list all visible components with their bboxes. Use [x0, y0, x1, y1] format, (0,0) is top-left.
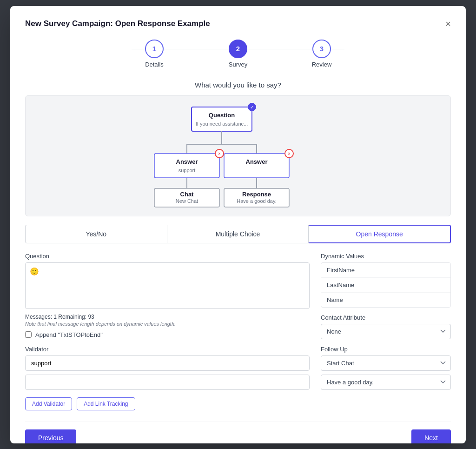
dynamic-values-label: Dynamic Values — [321, 253, 451, 260]
modal-dialog: New Survey Campaign: Open Response Examp… — [10, 6, 466, 443]
svg-text:support: support — [178, 168, 196, 173]
previous-button[interactable]: Previous — [25, 429, 76, 443]
question-label: Question — [25, 253, 310, 260]
follow-up-label: Follow Up — [321, 346, 451, 353]
contact-attribute-select[interactable]: None — [321, 324, 451, 339]
svg-text:If you need assistanc...: If you need assistanc... — [196, 121, 248, 127]
modal-title: New Survey Campaign: Open Response Examp… — [25, 19, 210, 28]
dynamic-value-name[interactable]: Name — [321, 293, 450, 307]
validator-label: Validator — [25, 346, 310, 353]
form-left: Question 🙂 Messages: 1 Remaining: 93 Not… — [25, 253, 310, 410]
validator-section: Validator Add Validator Add Link Trackin… — [25, 346, 310, 410]
svg-text:Have a good day.: Have a good day. — [237, 198, 276, 204]
modal-footer: Previous Next — [25, 422, 451, 443]
flow-chart-svg: Question If you need assistanc... ✓ — [108, 102, 368, 209]
next-button[interactable]: Next — [411, 429, 451, 443]
validator-btn-row: Add Validator Add Link Tracking — [25, 397, 310, 410]
svg-text:×: × — [218, 151, 221, 156]
append-checkbox[interactable] — [25, 331, 32, 338]
tab-multiple-choice[interactable]: Multiple Choice — [167, 225, 309, 243]
question-textarea-wrap: 🙂 — [25, 262, 310, 311]
svg-text:Response: Response — [242, 191, 271, 198]
svg-rect-9 — [154, 154, 219, 178]
svg-text:×: × — [288, 151, 291, 156]
step-3-circle: 3 — [312, 40, 331, 58]
modal-overlay: New Survey Campaign: Open Response Examp… — [0, 0, 476, 449]
svg-text:Answer: Answer — [246, 158, 268, 165]
step-1-label: Details — [145, 61, 164, 68]
close-button[interactable]: × — [445, 19, 451, 28]
step-2-label: Survey — [229, 61, 247, 68]
dynamic-value-firstname[interactable]: FirstName — [321, 263, 450, 278]
dynamic-values-list: FirstName LastName Name — [321, 262, 451, 308]
tab-open-response[interactable]: Open Response — [309, 225, 451, 243]
emoji-icon: 🙂 — [30, 267, 39, 276]
add-validator-button[interactable]: Add Validator — [25, 397, 72, 410]
flow-diagram: Question If you need assistanc... ✓ — [25, 95, 451, 216]
form-grid: Question 🙂 Messages: 1 Remaining: 93 Not… — [25, 253, 451, 410]
step-1-circle: 1 — [145, 40, 164, 58]
flow-svg: Question If you need assistanc... ✓ — [26, 96, 450, 216]
step-3-label: Review — [312, 61, 332, 68]
follow-up-select-1[interactable]: Start Chat — [321, 355, 451, 371]
validator-input-1[interactable] — [25, 355, 310, 371]
validator-input-2[interactable] — [25, 375, 310, 390]
tab-yes-no[interactable]: Yes/No — [25, 225, 167, 243]
add-link-tracking-button[interactable]: Add Link Tracking — [77, 397, 135, 410]
follow-up-select-2[interactable]: Have a good day. — [321, 375, 451, 390]
section-title: What would you like to say? — [25, 81, 451, 89]
tab-row: Yes/No Multiple Choice Open Response — [25, 225, 451, 243]
form-right: Dynamic Values FirstName LastName Name C… — [321, 253, 451, 410]
svg-text:✓: ✓ — [250, 105, 254, 110]
question-textarea[interactable] — [25, 262, 310, 309]
svg-rect-14 — [224, 154, 289, 178]
dynamic-value-lastname[interactable]: LastName — [321, 278, 450, 293]
contact-attribute-label: Contact Attribute — [321, 314, 451, 321]
step-2-circle: 2 — [229, 40, 247, 58]
stepper: 1 Details 2 Survey 3 Review — [25, 40, 451, 68]
modal-header: New Survey Campaign: Open Response Examp… — [25, 19, 451, 28]
svg-text:New Chat: New Chat — [176, 198, 198, 204]
svg-text:Answer: Answer — [176, 158, 198, 165]
step-3: 3 Review — [280, 40, 364, 68]
append-row: Append "TxtSTOPtoEnd" — [25, 331, 310, 338]
step-2: 2 Survey — [196, 40, 280, 68]
append-label: Append "TxtSTOPtoEnd" — [35, 331, 103, 338]
svg-rect-0 — [192, 107, 252, 131]
messages-note: Note that final message length depends o… — [25, 321, 310, 327]
svg-text:Question: Question — [209, 112, 235, 119]
step-1: 1 Details — [112, 40, 196, 68]
messages-info: Messages: 1 Remaining: 93 — [25, 314, 310, 320]
svg-text:Chat: Chat — [180, 191, 194, 198]
